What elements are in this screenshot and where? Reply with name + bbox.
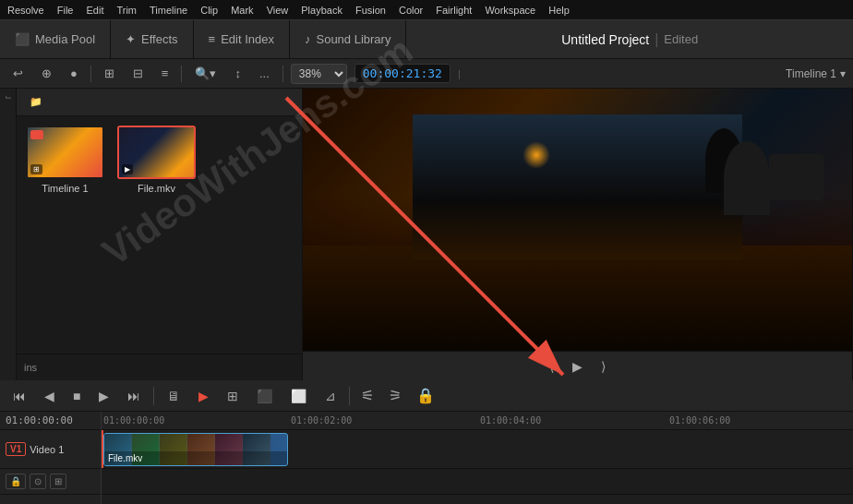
step-back-btn[interactable]: ◀ xyxy=(39,386,60,406)
timeline-toolbar: ⏮ ◀ ■ ▶ ⏭ 🖥 ▶ ⊞ ⬛ ⬜ ⊿ ⚟ ⚞ 🔒 xyxy=(0,380,853,412)
dynamic-btn[interactable]: ⬛ xyxy=(251,386,278,406)
search-btn[interactable]: 🔍▾ xyxy=(189,65,222,82)
track-headers: 01:00:00:00 V1 Video 1 🔒 ⊙ ⊞ A1 Audio 1 … xyxy=(0,412,102,504)
go-to-end-btn[interactable]: ⏭ xyxy=(122,386,146,406)
sidebar-collapsed-label: r xyxy=(3,96,13,99)
edit-index-label: Edit Index xyxy=(221,32,274,46)
detail-view-btn[interactable]: ≡ xyxy=(156,65,174,82)
scene-figure xyxy=(705,128,742,193)
video-clip-file-mkv[interactable]: File.mkv xyxy=(103,433,288,466)
selection-tool-btn[interactable]: ▶ xyxy=(193,386,214,406)
timeline-chevron-icon: ▾ xyxy=(840,67,846,80)
media-item-timeline1[interactable]: ⊞ Timeline 1 xyxy=(26,126,104,194)
media-pool-label: Media Pool xyxy=(35,32,95,46)
menu-file[interactable]: File xyxy=(57,5,74,16)
media-item-file-mkv[interactable]: ▶ File.mkv xyxy=(117,126,196,194)
menu-timeline[interactable]: Timeline xyxy=(150,5,187,16)
video-controls-area xyxy=(102,469,853,495)
thumbnail-indicator-1 xyxy=(30,130,43,139)
v1-name: Video 1 xyxy=(30,444,64,455)
main-upper: r 📁 ⊞ Timeline 1 ▶ xyxy=(0,89,853,380)
undo-btn[interactable]: ↩ xyxy=(7,65,29,82)
playhead xyxy=(102,430,103,468)
play-nav-btn[interactable]: ▶ xyxy=(569,357,586,376)
thumbnail-timeline1: ⊞ xyxy=(26,126,104,179)
menu-fairlight[interactable]: Fairlight xyxy=(436,5,472,16)
timeline-content: 01:00:00:00 01:00:02:00 01:00:04:00 01:0… xyxy=(102,412,853,504)
separator-2 xyxy=(181,66,182,82)
thumbnail-bg-1: ⊞ xyxy=(28,127,102,177)
separator-3 xyxy=(282,66,283,82)
project-status: Edited xyxy=(664,32,698,46)
timeline-ruler: 01:00:00:00 01:00:02:00 01:00:04:00 01:0… xyxy=(102,412,853,430)
timeline-section: ⏮ ◀ ■ ▶ ⏭ 🖥 ▶ ⊞ ⬛ ⬜ ⊿ ⚟ ⚞ 🔒 01:00:00:00 … xyxy=(0,380,853,504)
thumbnail-label-1: Timeline 1 xyxy=(42,183,88,194)
menu-view[interactable]: View xyxy=(267,5,289,16)
video-icon: ▶ xyxy=(122,164,133,174)
menu-resolve[interactable]: Resolve xyxy=(7,5,44,16)
ins-label: ins xyxy=(24,362,37,373)
sound-library-icon: ♪ xyxy=(305,32,311,46)
source-btn[interactable]: ⊙ xyxy=(30,474,46,489)
menu-playback[interactable]: Playback xyxy=(301,5,342,16)
media-pool-panel: 📁 ⊞ Timeline 1 ▶ File xyxy=(17,89,303,380)
menu-edit[interactable]: Edit xyxy=(86,5,103,16)
monitor-btn[interactable]: 🖥 xyxy=(162,386,186,406)
menu-fusion[interactable]: Fusion xyxy=(355,5,386,16)
grid-view-btn[interactable]: ⊞ xyxy=(99,65,120,82)
media-pool-icon: ⬛ xyxy=(15,32,30,46)
timeline-body: 01:00:00:00 V1 Video 1 🔒 ⊙ ⊞ A1 Audio 1 … xyxy=(0,412,853,504)
unlink-btn[interactable]: ⚟ xyxy=(357,385,378,406)
separator: | xyxy=(655,31,658,48)
menu-help[interactable]: Help xyxy=(548,5,570,16)
sub-toolbar: ↩ ⊕ ● ⊞ ⊟ ≡ 🔍▾ ↕ ... 38% 50% 75% 100% 00… xyxy=(0,59,853,89)
ruler-mark-1: 01:00:00:00 xyxy=(103,415,164,426)
menu-trim[interactable]: Trim xyxy=(116,5,137,16)
list-view-btn[interactable]: ⊟ xyxy=(127,65,149,82)
v1-badge: V1 xyxy=(6,442,26,456)
link-btn[interactable]: ⊕ xyxy=(36,65,57,82)
dot-btn[interactable]: ● xyxy=(65,65,83,82)
effects-icon: ✦ xyxy=(126,32,136,46)
slip-btn[interactable]: ⊞ xyxy=(222,386,244,406)
next-nav-btn[interactable]: ⟩ xyxy=(597,357,609,376)
timeline-icon: ⊞ xyxy=(30,164,42,174)
lock-btn[interactable]: 🔒 xyxy=(413,385,439,406)
sort-btn[interactable]: ↕ xyxy=(229,65,246,82)
new-folder-btn[interactable]: 📁 xyxy=(24,94,48,110)
tab-effects[interactable]: ✦ Effects xyxy=(111,20,194,58)
audio-track-area xyxy=(102,495,853,504)
sep-tools xyxy=(349,387,350,405)
ruler-mark-3: 01:00:04:00 xyxy=(480,415,541,426)
preview-area[interactable] xyxy=(303,89,852,351)
preview-controls: ⟨ ▶ ⟩ xyxy=(303,351,852,380)
menu-color[interactable]: Color xyxy=(399,5,423,16)
thumbnail-file-mkv: ▶ xyxy=(117,126,196,179)
menu-mark[interactable]: Mark xyxy=(231,5,253,16)
auto-btn[interactable]: ⊞ xyxy=(50,474,66,489)
menu-workspace[interactable]: Workspace xyxy=(485,5,535,16)
link-btn-2[interactable]: ⚞ xyxy=(385,385,405,406)
hand-btn[interactable]: ⊿ xyxy=(319,386,342,406)
prev-nav-btn[interactable]: ⟨ xyxy=(546,357,558,376)
effects-label: Effects xyxy=(141,32,178,46)
timecode-row: 01:00:00:00 xyxy=(0,412,101,430)
stop-btn[interactable]: ■ xyxy=(67,386,86,406)
zoom-select[interactable]: 38% 50% 75% 100% xyxy=(291,64,347,84)
tab-media-pool[interactable]: ⬛ Media Pool xyxy=(0,20,111,58)
tab-edit-index[interactable]: ≡ Edit Index xyxy=(194,20,290,58)
lock-track-btn[interactable]: 🔒 xyxy=(6,474,26,489)
scene-sun xyxy=(523,141,550,169)
thumbnail-label-2: File.mkv xyxy=(138,183,175,194)
play-btn[interactable]: ▶ xyxy=(93,386,114,406)
timeline-label-right: Timeline 1 ▾ xyxy=(786,67,846,80)
tab-sound-library[interactable]: ♪ Sound Library xyxy=(290,20,406,58)
project-title: Untitled Project xyxy=(561,32,649,47)
separator-1 xyxy=(90,66,91,82)
razor-btn[interactable]: ⬜ xyxy=(285,386,312,406)
toolbar-tabs: ⬛ Media Pool ✦ Effects ≡ Edit Index ♪ So… xyxy=(0,20,406,58)
menu-clip[interactable]: Clip xyxy=(200,5,218,16)
timeline-timecode: 01:00:00:00 xyxy=(6,414,73,426)
more-btn[interactable]: ... xyxy=(254,65,275,82)
go-to-start-btn[interactable]: ⏮ xyxy=(7,386,31,406)
